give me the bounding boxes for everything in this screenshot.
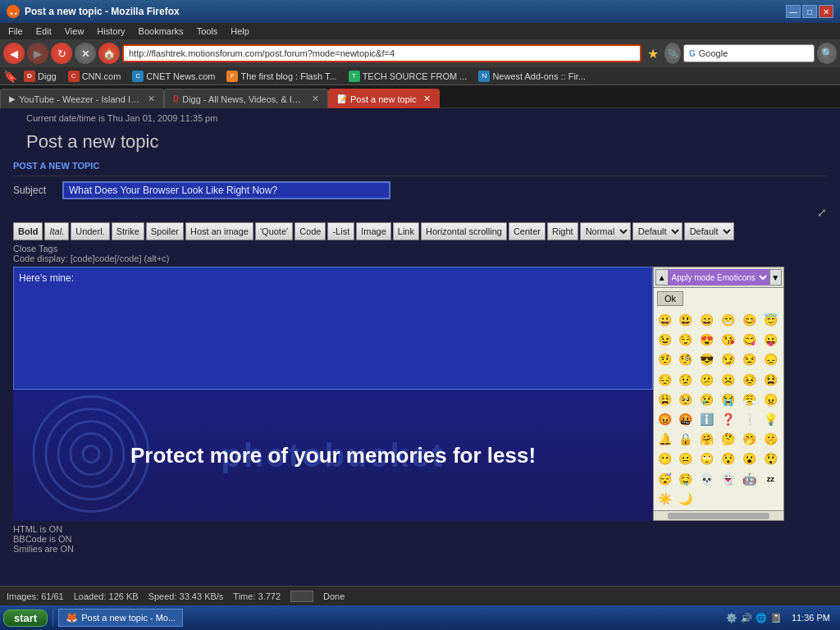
emoticon-19[interactable]: 😟 bbox=[677, 371, 695, 389]
font-color-select[interactable]: Default bbox=[632, 222, 682, 240]
bookmark-techsource[interactable]: T TECH SOURCE FROM ... bbox=[344, 70, 472, 83]
emoticon-22[interactable]: 😣 bbox=[740, 371, 758, 389]
emoticon-37[interactable]: 🔒 bbox=[677, 430, 695, 448]
menu-file[interactable]: File bbox=[3, 25, 28, 38]
emoticon-2[interactable]: 😄 bbox=[698, 311, 716, 329]
emoticon-32[interactable]: ℹ️ bbox=[698, 410, 716, 428]
address-bar[interactable]: http://flashtrek.motionsforum.com/post.f… bbox=[122, 44, 641, 62]
menu-view[interactable]: View bbox=[60, 25, 89, 38]
subject-input[interactable] bbox=[62, 181, 390, 199]
forward-button[interactable]: ▶ bbox=[27, 43, 48, 64]
emoticon-8[interactable]: 😍 bbox=[698, 331, 716, 349]
emoticon-46[interactable]: 😮 bbox=[740, 450, 758, 468]
emoticon-3[interactable]: 😁 bbox=[719, 311, 737, 329]
emoticon-38[interactable]: 🤗 bbox=[698, 430, 716, 448]
emoticon-7[interactable]: 😌 bbox=[677, 331, 695, 349]
tab-digg[interactable]: D Digg - All News, Videos, & Images ✕ bbox=[164, 89, 328, 108]
maximize-button[interactable]: □ bbox=[802, 5, 817, 18]
tab-post-close[interactable]: ✕ bbox=[423, 94, 431, 104]
emoticon-55[interactable]: 🌙 bbox=[677, 490, 695, 508]
emoticon-34[interactable]: ❕ bbox=[740, 410, 758, 428]
reload-button[interactable]: ↻ bbox=[51, 43, 72, 64]
emoticon-36[interactable]: 🔔 bbox=[655, 430, 673, 448]
emoticon-20[interactable]: 😕 bbox=[698, 371, 716, 389]
bookmark-cnn[interactable]: C CNN.com bbox=[63, 70, 126, 83]
bookmark-digg[interactable]: D Digg bbox=[19, 70, 62, 83]
italic-button[interactable]: Ital. bbox=[44, 222, 69, 240]
post-editor[interactable]: Here's mine: bbox=[13, 267, 653, 390]
emoticon-9[interactable]: 😘 bbox=[719, 331, 737, 349]
emoticon-33[interactable]: ❓ bbox=[719, 410, 737, 428]
emoticons-scrollbar[interactable] bbox=[654, 510, 783, 520]
emoticon-10[interactable]: 😋 bbox=[740, 331, 758, 349]
emoticon-52[interactable]: 🤖 bbox=[740, 470, 758, 488]
bookmark-addons[interactable]: N Newest Add-ons :: Fir... bbox=[473, 70, 591, 83]
emoticons-scroll-up[interactable]: ▲ bbox=[655, 269, 669, 285]
emoticon-1[interactable]: 😃 bbox=[677, 311, 695, 329]
emoticon-41[interactable]: 🤫 bbox=[761, 430, 779, 448]
emoticon-13[interactable]: 🧐 bbox=[677, 350, 695, 368]
search-bar[interactable]: G Google bbox=[683, 44, 815, 62]
tab-youtube[interactable]: ▶ YouTube - Weezer - Island In The ... ✕ bbox=[0, 89, 164, 108]
window-controls[interactable]: — □ ✕ bbox=[786, 5, 833, 18]
emoticon-4[interactable]: 😊 bbox=[740, 311, 758, 329]
font-family-select[interactable]: Default bbox=[684, 222, 734, 240]
menu-tools[interactable]: Tools bbox=[192, 25, 223, 38]
taskbar-browser-item[interactable]: 🦊 Post a new topic - Mo... bbox=[58, 609, 183, 627]
emoticon-28[interactable]: 😤 bbox=[740, 390, 758, 409]
tab-digg-close[interactable]: ✕ bbox=[312, 94, 319, 104]
menu-bookmarks[interactable]: Bookmarks bbox=[134, 25, 189, 38]
emoticon-5[interactable]: 😇 bbox=[761, 311, 779, 329]
hscroll-button[interactable]: Horizontal scrolling bbox=[421, 222, 507, 240]
emoticon-15[interactable]: 😏 bbox=[719, 350, 737, 368]
emoticon-24[interactable]: 😩 bbox=[655, 390, 673, 409]
emoticon-16[interactable]: 😒 bbox=[740, 350, 758, 368]
emoticon-47[interactable]: 😲 bbox=[761, 450, 779, 468]
list-button[interactable]: -List bbox=[327, 222, 354, 240]
image-button[interactable]: Image bbox=[356, 222, 391, 240]
start-button[interactable]: start bbox=[3, 609, 48, 627]
emoticons-ok-button[interactable]: Ok bbox=[657, 291, 683, 306]
emoticon-23[interactable]: 😫 bbox=[761, 371, 779, 389]
emoticon-51[interactable]: 👻 bbox=[719, 470, 737, 488]
emoticon-53[interactable]: zz bbox=[761, 470, 779, 488]
emoticon-11[interactable]: 😛 bbox=[761, 331, 779, 349]
close-button[interactable]: ✕ bbox=[819, 5, 833, 18]
emoticon-50[interactable]: 💀 bbox=[698, 470, 716, 488]
emoticons-mode-select[interactable]: Apply mode Emoticons bbox=[669, 269, 769, 285]
minimize-button[interactable]: — bbox=[786, 5, 801, 18]
emoticons-scroll-down[interactable]: ▼ bbox=[769, 269, 783, 285]
code-button[interactable]: Code bbox=[294, 222, 326, 240]
strikethrough-button[interactable]: Strike bbox=[112, 222, 144, 240]
center-button[interactable]: Center bbox=[509, 222, 546, 240]
bookmark-firstblog[interactable]: F The first blog : Flash T... bbox=[221, 70, 341, 83]
emoticon-6[interactable]: 😉 bbox=[655, 331, 673, 349]
bookmark-button[interactable]: 📎 bbox=[664, 43, 681, 64]
emoticon-39[interactable]: 🤔 bbox=[719, 430, 737, 448]
emoticon-54[interactable]: ☀️ bbox=[655, 490, 673, 508]
host-image-button[interactable]: Host an image bbox=[185, 222, 253, 240]
search-button[interactable]: 🔍 bbox=[817, 43, 837, 64]
tab-post-topic[interactable]: 📝 Post a new topic ✕ bbox=[328, 89, 440, 108]
emoticon-21[interactable]: ☹️ bbox=[719, 371, 737, 389]
emoticon-18[interactable]: 😔 bbox=[655, 371, 673, 389]
menu-help[interactable]: Help bbox=[226, 25, 254, 38]
menu-edit[interactable]: Edit bbox=[31, 25, 57, 38]
bold-button[interactable]: Bold bbox=[13, 222, 43, 240]
emoticon-40[interactable]: 🤭 bbox=[740, 430, 758, 448]
emoticon-48[interactable]: 😴 bbox=[655, 470, 673, 488]
emoticon-42[interactable]: 😶 bbox=[655, 450, 673, 468]
font-size-select[interactable]: Normal bbox=[580, 222, 631, 240]
emoticon-29[interactable]: 😠 bbox=[761, 390, 779, 409]
right-button[interactable]: Right bbox=[547, 222, 578, 240]
back-button[interactable]: ◀ bbox=[3, 43, 25, 64]
emoticon-44[interactable]: 🙄 bbox=[698, 450, 716, 468]
emoticon-45[interactable]: 😯 bbox=[719, 450, 737, 468]
emoticon-26[interactable]: 😢 bbox=[698, 390, 716, 409]
emoticon-27[interactable]: 😭 bbox=[719, 390, 737, 409]
tab-youtube-close[interactable]: ✕ bbox=[148, 94, 155, 104]
emoticon-30[interactable]: 😡 bbox=[655, 410, 673, 428]
emoticon-17[interactable]: 😞 bbox=[761, 350, 779, 368]
emoticon-43[interactable]: 😐 bbox=[677, 450, 695, 468]
home-button[interactable]: 🏠 bbox=[98, 43, 120, 64]
